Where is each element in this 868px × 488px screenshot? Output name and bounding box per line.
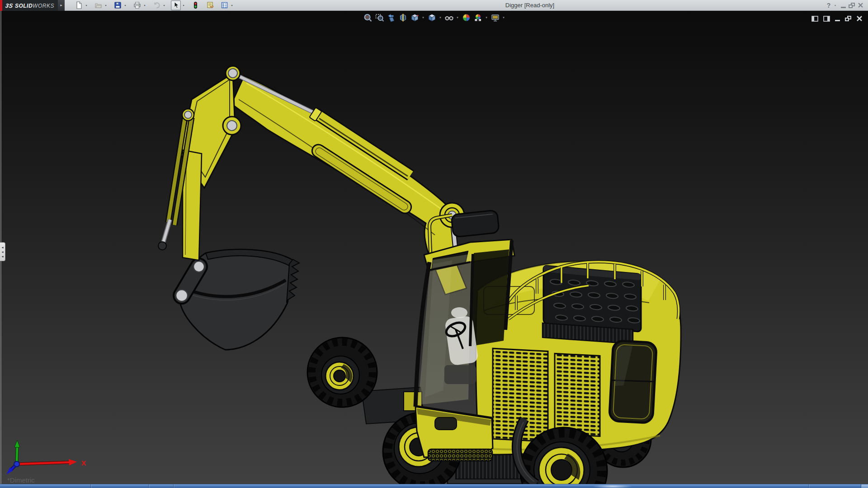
open-folder-icon bbox=[94, 1, 102, 9]
file-properties-icon bbox=[206, 1, 214, 9]
hide-show-items-button[interactable] bbox=[443, 12, 455, 23]
collapse-arrow-icon: ◂ bbox=[1, 250, 3, 254]
view-orientation-icon bbox=[410, 13, 419, 22]
status-bar bbox=[0, 484, 868, 488]
menu-flyout-button[interactable]: ▸ bbox=[58, 0, 65, 11]
wheel-far-left[interactable] bbox=[307, 338, 377, 407]
undo-dropdown[interactable]: ▾ bbox=[162, 0, 166, 10]
reference-triad[interactable]: X bbox=[0, 431, 108, 482]
engine-deck bbox=[543, 265, 641, 332]
new-button[interactable] bbox=[74, 0, 84, 10]
document-title: Digger [Read-only] bbox=[505, 2, 554, 9]
print-dropdown[interactable]: ▾ bbox=[142, 0, 147, 10]
section-view-icon bbox=[398, 13, 407, 22]
open-dropdown[interactable]: ▾ bbox=[104, 0, 108, 10]
right-pane-icon bbox=[823, 16, 830, 22]
statusbar-highlight bbox=[592, 484, 633, 488]
previous-view-icon bbox=[387, 13, 396, 22]
display-style-icon bbox=[427, 13, 436, 22]
open-button[interactable] bbox=[93, 0, 103, 10]
zoom-to-fit-button[interactable] bbox=[362, 12, 373, 23]
show-right-pane-button[interactable] bbox=[823, 15, 830, 22]
statusbar-separator bbox=[90, 484, 91, 488]
undo-icon bbox=[153, 1, 160, 9]
section-view-button[interactable] bbox=[397, 12, 409, 23]
options-dropdown[interactable]: ▾ bbox=[230, 0, 234, 10]
view-orientation-button[interactable] bbox=[409, 12, 420, 23]
brand-solid: SOLID bbox=[15, 3, 33, 9]
file-properties-button[interactable] bbox=[205, 0, 215, 10]
help-dropdown[interactable]: ▾ bbox=[835, 4, 838, 7]
statusbar-separator bbox=[148, 484, 149, 488]
view-settings-dropdown[interactable]: ▾ bbox=[501, 12, 506, 23]
undo-button[interactable] bbox=[151, 0, 161, 10]
save-button[interactable] bbox=[113, 0, 123, 10]
hide-show-items-icon bbox=[444, 13, 453, 22]
show-left-pane-button[interactable] bbox=[811, 15, 818, 22]
view-orientation-dropdown[interactable]: ▾ bbox=[421, 12, 426, 23]
select-button[interactable] bbox=[171, 0, 181, 10]
excavator-model[interactable] bbox=[0, 11, 868, 484]
graphics-viewport[interactable]: ▾ ▾ ▾ bbox=[0, 11, 868, 484]
doc-close-button[interactable] bbox=[856, 15, 863, 22]
doc-minimize-icon bbox=[835, 20, 840, 21]
apply-scene-button[interactable] bbox=[472, 12, 484, 23]
heads-up-view-toolbar: ▾ ▾ ▾ bbox=[362, 12, 506, 23]
select-cursor-icon bbox=[172, 1, 180, 9]
x-axis-arrow bbox=[69, 459, 77, 465]
minimize-button[interactable] bbox=[841, 1, 846, 9]
statusbar-separator bbox=[173, 484, 174, 488]
view-settings-button[interactable] bbox=[490, 12, 501, 23]
collapse-arrow-icon: ◂ bbox=[1, 245, 3, 249]
new-dropdown[interactable]: ▾ bbox=[84, 0, 89, 10]
display-style-button[interactable] bbox=[426, 12, 438, 23]
display-style-dropdown[interactable]: ▾ bbox=[438, 12, 443, 23]
statusbar-separator bbox=[808, 484, 809, 488]
main-toolbar: ▾ ▾ ▾ bbox=[74, 0, 234, 10]
side-grilles bbox=[493, 348, 600, 444]
restore-button[interactable] bbox=[849, 1, 855, 9]
zoom-to-fit-icon bbox=[363, 13, 372, 22]
zoom-to-area-icon bbox=[375, 13, 384, 22]
minimize-icon bbox=[841, 7, 846, 8]
statusbar-resize-grip bbox=[861, 484, 868, 488]
print-icon bbox=[133, 1, 141, 9]
rebuild-stoplight-button[interactable] bbox=[190, 0, 200, 10]
help-icon: ? bbox=[826, 2, 832, 9]
previous-view-button[interactable] bbox=[386, 12, 397, 23]
logo-red-stripe bbox=[0, 0, 2, 11]
hide-show-items-dropdown[interactable]: ▾ bbox=[455, 12, 460, 23]
apply-scene-dropdown[interactable]: ▾ bbox=[484, 12, 489, 23]
solidworks-logo: 3SSOLIDWORKS bbox=[0, 0, 58, 11]
options-button[interactable] bbox=[219, 0, 229, 10]
view-settings-icon bbox=[491, 13, 500, 22]
doc-restore-icon bbox=[845, 16, 851, 21]
doc-restore-button[interactable] bbox=[845, 15, 851, 22]
left-pane-icon bbox=[811, 16, 818, 22]
brand-works: WORKS bbox=[33, 3, 54, 9]
view-orientation-label: *Dimetric bbox=[7, 476, 35, 484]
dassault-3ds-mark: 3S bbox=[5, 2, 14, 9]
document-window-controls bbox=[811, 15, 863, 22]
y-axis-arrow bbox=[14, 440, 20, 447]
close-button[interactable] bbox=[858, 1, 863, 9]
stoplight-icon bbox=[192, 1, 199, 9]
triad-origin bbox=[14, 461, 19, 467]
feature-panel-collapse-handle[interactable]: ◂ ◂ ◂ bbox=[0, 242, 5, 261]
edit-appearance-button[interactable] bbox=[461, 12, 472, 23]
apply-scene-icon bbox=[473, 13, 482, 22]
print-button[interactable] bbox=[132, 0, 142, 10]
doc-minimize-button[interactable] bbox=[835, 15, 840, 22]
help-button[interactable]: ? bbox=[826, 1, 832, 9]
edit-appearance-icon bbox=[462, 13, 471, 22]
restore-icon bbox=[849, 3, 855, 8]
select-dropdown[interactable]: ▾ bbox=[181, 0, 186, 10]
solidworks-window: 3SSOLIDWORKS ▸ ▾ ▾ bbox=[0, 0, 868, 488]
close-icon bbox=[858, 2, 863, 8]
options-icon bbox=[221, 1, 228, 9]
zoom-to-area-button[interactable] bbox=[374, 12, 385, 23]
doc-close-icon bbox=[856, 15, 863, 22]
save-dropdown[interactable]: ▾ bbox=[123, 0, 127, 10]
x-axis-label: X bbox=[81, 459, 86, 467]
titlebar: 3SSOLIDWORKS ▸ ▾ ▾ bbox=[0, 0, 868, 11]
